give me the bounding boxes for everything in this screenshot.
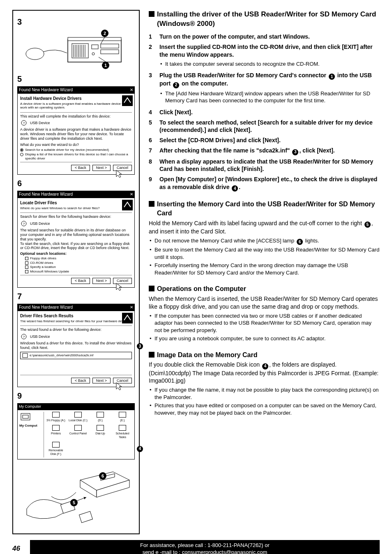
svg-rect-14 [101,50,119,54]
cb-cdrom[interactable] [25,261,28,265]
wizard-7-usb: USB Device [30,335,50,339]
explorer-window: My Computer My Comput 3½ Floppy (A:)Loca… [17,403,135,459]
svg-text:5: 5 [73,500,75,505]
step-item: 2Insert the supplied CD-ROM into the CD-… [149,43,380,69]
wizard-6-line3: To start the search, click Next. If you … [20,242,132,251]
figure-number-6: 6 [17,178,135,189]
section-4-para: If you double click the Removable Disk i… [149,361,380,385]
illustration-column: 3 2 1 [12,10,140,534]
wizard-icon [122,313,133,323]
cursor-icon [115,169,123,178]
svg-rect-22 [122,95,133,106]
step-item: 6Select the [CD-ROM Drives] and click [N… [149,136,380,144]
next-button[interactable]: Next > [92,278,111,284]
square-bullet-icon [149,201,154,207]
explorer-item[interactable]: Control Panel [68,425,88,440]
cb-specify[interactable] [25,265,28,269]
explorer-item[interactable]: Scheduled Tasks [112,425,133,440]
wizard-5-heading: Install Hardware Device Drivers [20,96,132,101]
section-1-title: Installing the driver of the USB Reader/… [149,10,380,29]
step-item: 8When a display appears to indicate that… [149,158,380,173]
explorer-item[interactable]: (E:) [112,412,133,423]
step-item: 9Open [My Computer] or [Windows Explorer… [149,175,380,192]
file-icon [22,353,28,358]
wizard-7-sub: The wizard has finished searching for dr… [20,319,132,323]
explorer-item[interactable]: (D:) [90,412,111,423]
wizard-6-opt: Optional search locations: [20,252,132,256]
square-bullet-icon [149,286,154,291]
explorer-item[interactable]: Printers [46,425,66,440]
wizard-6-line2: The wizard searches for suitable drivers… [20,228,132,241]
wizard-5-usb: USB Device [30,121,50,125]
svg-text:2: 2 [104,31,106,36]
wizard-7-line2: Windows found a driver for this device. … [20,341,132,350]
section-3-bullets: If the computer has been connected via t… [149,312,380,342]
svg-point-15 [26,48,44,60]
next-button[interactable]: Next > [92,165,111,171]
svg-text:6: 6 [101,473,104,478]
wizard-7-line1: The wizard found a driver for the follow… [20,328,132,332]
cb-floppy[interactable] [25,257,28,260]
wizard-6-line1: Search for driver files for the followin… [20,215,132,219]
callout-5: 5 [364,222,371,228]
driver-file-path: e:\panasonic\usb_driver\win2000\sdca2k.i… [20,352,132,359]
section-4-bullets: If you change the file name, it may not … [149,386,380,416]
explorer-item[interactable]: 3½ Floppy (A:) [46,412,66,423]
back-button[interactable]: < Back [71,378,90,384]
usb-icon: ? [20,120,28,126]
my-computer-icon [19,412,32,422]
callout-4b: 4 [262,363,268,369]
back-button[interactable]: < Back [71,165,90,171]
next-button[interactable]: Next > [92,378,111,384]
section-2-title: Inserting the Memory Card into the USB R… [149,200,380,217]
explorer-item[interactable]: Local Disk (C:) [68,412,88,423]
explorer-title: My Computer [17,403,135,410]
step-item: 4Click [Next]. [149,108,380,116]
section-4-title: Image Data on the Memory Card [149,351,380,360]
step-item: 7After checking that the file name is "s… [149,147,380,155]
explorer-item[interactable]: Removable Disk (F:) [46,442,66,457]
callout-3: 3 [137,343,143,349]
assistance-footer: For assistance, please call : 1-800-211-… [30,540,380,554]
step-item: 3Plug the USB Reader/Writer for SD Memor… [149,72,380,106]
back-button[interactable]: < Back [71,278,90,284]
cursor-icon [115,382,123,391]
section-3-para: When the Memory Card is inserted, the US… [149,295,380,311]
wizard-5-sub: A device driver is a software program th… [20,102,132,110]
svg-text:?: ? [23,335,25,339]
svg-point-12 [92,53,95,55]
my-computer-label: My Comput [19,424,42,428]
wizard-5-title: Found New Hardware Wizard [19,87,73,93]
svg-rect-25 [122,200,133,210]
square-bullet-icon [149,352,154,358]
wizard-6-usb: USB Device [30,222,50,226]
wizard-7-heading: Driver Files Search Results [20,314,132,319]
figure-number-3: 3 [17,16,135,28]
wizard-5-line2: A device driver is a software program th… [20,127,132,141]
radio-list[interactable] [20,153,23,156]
explorer-item[interactable]: Dial-Up [90,425,111,440]
page-number: 46 [12,544,20,554]
svg-rect-28 [122,313,133,323]
install-steps: 1Turn on the power of the computer, and … [149,33,380,192]
svg-text:1: 1 [104,63,107,68]
figure-3-device: 2 1 [17,29,135,70]
section-2-bullets: Do not remove the Memory Card while the … [149,237,380,276]
cursor-icon [115,282,123,291]
wizard-6-heading: Locate Driver Files [20,201,132,205]
wizard-6-title: Found New Hardware Wizard [19,192,73,197]
radio-search[interactable] [20,148,23,152]
usb-icon: ? [20,334,28,339]
wizard-dialog-5: Found New Hardware Wizard✕ Install Hardw… [17,86,135,175]
svg-text:?: ? [23,222,25,226]
figure-number-5: 5 [17,74,135,85]
svg-rect-31 [23,353,28,358]
wizard-5-line1: This wizard will complete the installati… [20,114,132,119]
svg-text:?: ? [23,121,25,125]
section-2-para: Hold the Memory Card with its label faci… [149,219,380,235]
step-item: 5To select the search method, select [Se… [149,119,380,134]
svg-rect-40 [79,511,93,523]
cb-update[interactable] [25,270,28,273]
callout-4: 4 [137,446,143,452]
wizard-5-question: What do you want the wizard to do? [20,143,132,147]
